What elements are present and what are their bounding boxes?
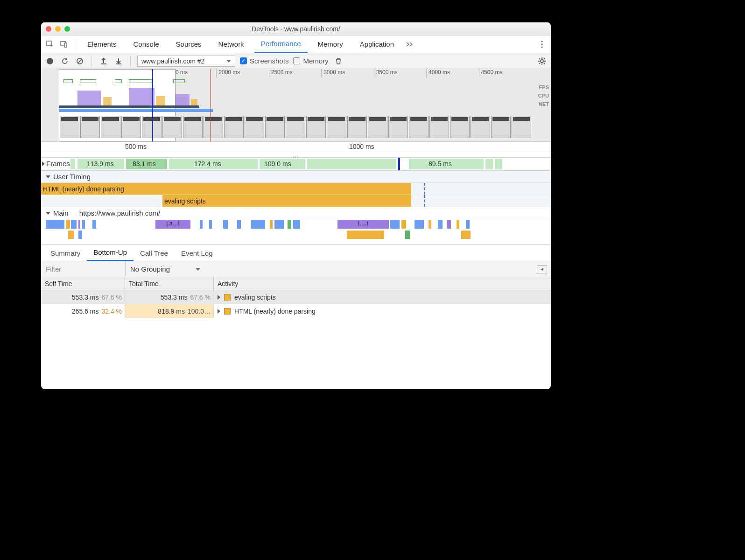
settings-gear-icon[interactable] <box>537 56 547 66</box>
performance-toolbar: www.paulirish.com #2 ✓ Screenshots Memor… <box>41 53 551 69</box>
filter-row: No Grouping ◂ <box>41 261 551 277</box>
subtab-call-tree[interactable]: Call Tree <box>134 245 175 261</box>
separator <box>91 56 92 66</box>
checkbox-checked-icon: ✓ <box>240 57 247 64</box>
timing-bar-html-parsing[interactable]: HTML (nearly) done parsing <box>41 183 411 195</box>
screenshots-checkbox[interactable]: ✓ Screenshots <box>240 57 288 65</box>
filter-input[interactable] <box>41 261 125 277</box>
screenshots-label: Screenshots <box>250 57 288 65</box>
user-timing-row-2[interactable]: evaling scripts <box>41 195 551 207</box>
tab-network[interactable]: Network <box>212 35 251 53</box>
net-bar <box>59 105 199 108</box>
activity-label: evaling scripts <box>234 294 276 301</box>
window-title: DevTools - www.paulirish.com/ <box>41 25 551 33</box>
col-total-time[interactable]: Total Time <box>125 277 214 290</box>
collapse-icon[interactable] <box>46 175 50 178</box>
main-thread-header[interactable]: Main — https://www.paulirish.com/ <box>41 207 551 219</box>
tab-elements[interactable]: Elements <box>81 35 123 53</box>
overview-track-labels: FPS CPU NET <box>538 83 549 108</box>
main-thread-flamechart[interactable]: La…t L…t <box>41 219 551 245</box>
tab-memory[interactable]: Memory <box>311 35 350 53</box>
checkbox-unchecked-icon <box>293 57 300 64</box>
clear-button[interactable] <box>75 56 85 66</box>
svg-line-7 <box>78 59 82 63</box>
expand-icon[interactable] <box>218 309 220 314</box>
svg-line-15 <box>539 58 540 59</box>
garbage-collect-icon[interactable] <box>333 56 344 66</box>
table-row[interactable]: 265.6 ms32.4 % 818.9 ms100.0… HTML (near… <box>41 304 551 318</box>
grouping-select[interactable]: No Grouping <box>126 265 205 273</box>
memory-checkbox[interactable]: Memory <box>293 57 328 65</box>
panel-tabs: Elements Console Sources Network Perform… <box>41 35 551 53</box>
expand-icon[interactable] <box>218 295 220 300</box>
svg-line-16 <box>544 63 545 64</box>
activity-bar <box>59 109 213 112</box>
expander-dots[interactable]: … <box>41 152 551 158</box>
screenshot-filmstrip[interactable] <box>60 116 531 138</box>
expand-icon[interactable] <box>42 161 45 166</box>
chevron-down-icon <box>226 60 231 63</box>
memory-label: Memory <box>303 57 328 65</box>
bottom-up-table[interactable]: 553.3 ms67.6 % 553.3 ms67.6 % evaling sc… <box>41 290 551 389</box>
separator <box>130 56 131 66</box>
inspect-element-icon[interactable] <box>45 39 55 49</box>
flamechart-ruler[interactable]: 500 ms 1000 ms <box>41 142 551 152</box>
svg-point-4 <box>541 43 542 45</box>
collapse-icon[interactable] <box>46 212 50 215</box>
load-profile-icon[interactable] <box>98 56 109 66</box>
subtab-summary[interactable]: Summary <box>44 245 87 261</box>
details-tabs: Summary Bottom-Up Call Tree Event Log <box>41 245 551 261</box>
kebab-menu-icon[interactable] <box>537 39 547 49</box>
timing-bar-evaling-scripts[interactable]: evaling scripts <box>162 195 411 207</box>
load-marker <box>210 69 211 141</box>
device-toggle-icon[interactable] <box>59 39 69 49</box>
svg-point-3 <box>541 41 542 42</box>
chevron-down-icon <box>196 268 200 271</box>
subtab-bottom-up[interactable]: Bottom-Up <box>87 245 134 261</box>
user-timing-row-1[interactable]: HTML (nearly) done parsing <box>41 183 551 195</box>
prev-match-icon[interactable]: ◂ <box>537 265 547 273</box>
save-profile-icon[interactable] <box>113 56 124 66</box>
svg-rect-2 <box>64 43 67 47</box>
category-swatch-icon <box>224 294 231 301</box>
svg-line-17 <box>539 63 540 64</box>
col-self-time[interactable]: Self Time <box>41 277 125 290</box>
timing-marker <box>424 195 425 207</box>
recording-select-label: www.paulirish.com #2 <box>141 57 204 65</box>
record-button[interactable] <box>45 56 55 66</box>
selection-handle[interactable] <box>152 69 153 141</box>
tab-application[interactable]: Application <box>353 35 401 53</box>
timing-marker <box>424 183 425 195</box>
recording-select[interactable]: www.paulirish.com #2 <box>137 56 235 67</box>
category-swatch-icon <box>224 308 231 315</box>
subtab-event-log[interactable]: Event Log <box>175 245 219 261</box>
separator <box>75 39 75 49</box>
devtools-window: DevTools - www.paulirish.com/ Elements C… <box>41 22 551 389</box>
frames-track[interactable]: Frames 113.9 ms 83.1 ms 172.4 ms 109.0 m… <box>41 158 551 171</box>
svg-point-5 <box>541 46 542 48</box>
tab-console[interactable]: Console <box>127 35 166 53</box>
overview-pane[interactable]: 500 ms 1000 ms 1500 ms 2000 ms 2500 ms 3… <box>41 69 551 142</box>
table-header: Self Time Total Time Activity <box>41 277 551 290</box>
activity-label: HTML (nearly) done parsing <box>234 308 316 315</box>
titlebar[interactable]: DevTools - www.paulirish.com/ <box>41 22 551 35</box>
svg-line-18 <box>544 58 545 59</box>
more-tabs-icon[interactable] <box>404 39 415 49</box>
table-row[interactable]: 553.3 ms67.6 % 553.3 ms67.6 % evaling sc… <box>41 290 551 304</box>
tab-performance[interactable]: Performance <box>254 35 308 53</box>
tab-sources[interactable]: Sources <box>169 35 208 53</box>
user-timing-header[interactable]: User Timing <box>41 171 551 183</box>
cpu-graph <box>59 77 213 106</box>
current-time-marker <box>398 158 400 170</box>
svg-point-10 <box>541 60 543 63</box>
col-activity[interactable]: Activity <box>214 277 551 290</box>
reload-button[interactable] <box>60 56 70 66</box>
